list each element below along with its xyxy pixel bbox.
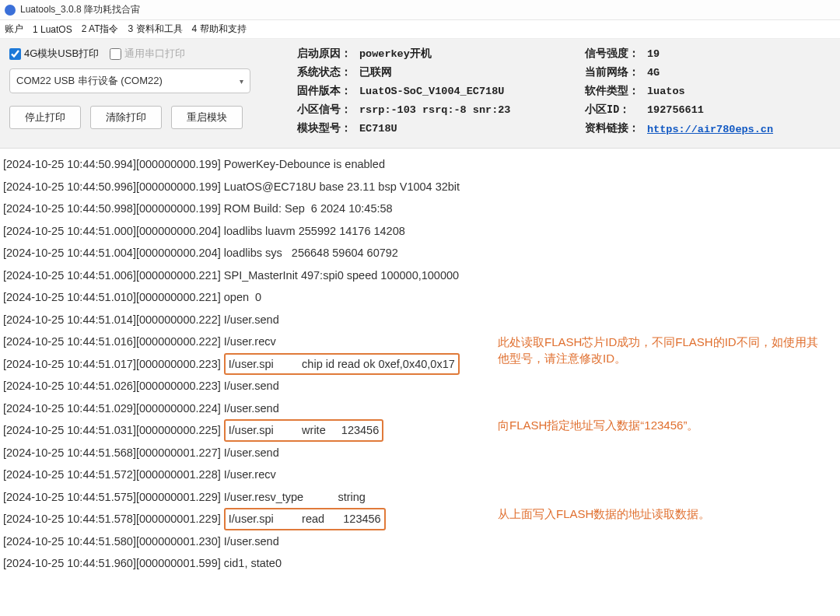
annotation-read: 从上面写入FLASH数据的地址读取数据。 xyxy=(498,506,824,522)
serial-print-input[interactable] xyxy=(110,48,121,60)
menu-help[interactable]: 4 帮助和支持 xyxy=(192,23,247,36)
annotation-chipid: 此处读取FLASH芯片ID成功，不同FLASH的ID不同，如使用其他型号，请注意… xyxy=(498,334,824,366)
menu-docs[interactable]: 3 资料和工具 xyxy=(128,23,183,36)
label-cellid: 小区ID： xyxy=(585,103,647,117)
label-signal: 信号强度： xyxy=(585,47,647,61)
serial-print-label: 通用串口打印 xyxy=(124,47,185,61)
log-line: [2024-10-25 10:44:50.998][000000000.199]… xyxy=(3,198,837,220)
log-line: [2024-10-25 10:44:51.572][000000001.228]… xyxy=(3,464,837,486)
log-line: [2024-10-25 10:44:51.010][000000000.221]… xyxy=(3,286,837,309)
value-fw: LuatOS-SoC_V1004_EC718U xyxy=(359,86,585,97)
app-logo-icon xyxy=(5,5,16,16)
window-title: Luatools_3.0.8 降功耗找合宙 xyxy=(20,3,140,16)
log-line: [2024-10-25 10:44:50.996][000000000.199]… xyxy=(3,176,837,198)
menu-luatos[interactable]: 1 LuatOS xyxy=(33,24,72,35)
log-line: [2024-10-25 10:44:51.580][000000001.230]… xyxy=(3,530,837,553)
value-module: EC718U xyxy=(359,123,585,135)
label-module: 模块型号： xyxy=(297,121,359,135)
usb-print-label: 4G模块USB打印 xyxy=(24,47,99,61)
log-line: [2024-10-25 10:44:51.960][000000001.599]… xyxy=(3,552,837,575)
label-swtype: 软件类型： xyxy=(585,84,647,98)
value-cellsig: rsrp:-103 rsrq:-8 snr:23 xyxy=(359,104,585,116)
value-swtype: luatos xyxy=(647,86,818,97)
com-port-value: COM22 USB 串行设备 (COM22) xyxy=(16,74,163,88)
log-output: [2024-10-25 10:44:50.994][000000000.199]… xyxy=(0,149,840,579)
chevron-down-icon: ▾ xyxy=(240,77,243,86)
label-network: 当前网络： xyxy=(585,65,647,79)
menubar: 账户 1 LuatOS 2 AT指令 3 资料和工具 4 帮助和支持 xyxy=(0,20,840,39)
log-line: [2024-10-25 10:44:51.014][000000000.222]… xyxy=(3,309,837,331)
menu-at[interactable]: 2 AT指令 xyxy=(82,23,119,36)
log-line: [2024-10-25 10:44:50.994][000000000.199]… xyxy=(3,153,837,176)
log-line: [2024-10-25 10:44:51.000][000000000.204]… xyxy=(3,220,837,243)
log-line: [2024-10-25 10:44:51.004][000000000.204]… xyxy=(3,242,837,264)
clear-print-button[interactable]: 清除打印 xyxy=(90,106,162,129)
menu-account[interactable]: 账户 xyxy=(5,23,23,36)
doc-link[interactable]: https://air780eps.cn xyxy=(647,124,773,135)
value-cellid: 192756611 xyxy=(647,104,818,116)
label-doclink: 资料链接： xyxy=(585,121,647,135)
com-port-select[interactable]: COM22 USB 串行设备 (COM22) ▾ xyxy=(9,68,250,93)
log-line: [2024-10-25 10:44:51.568][000000001.227]… xyxy=(3,442,837,464)
spi-read-box: I/user.spi read 123456 xyxy=(224,508,386,530)
value-signal: 19 xyxy=(647,48,818,60)
control-panel: 4G模块USB打印 通用串口打印 COM22 USB 串行设备 (COM22) … xyxy=(0,39,840,149)
log-line: [2024-10-25 10:44:51.575][000000001.229]… xyxy=(3,486,837,509)
value-sysstate: 已联网 xyxy=(359,65,585,79)
stop-print-button[interactable]: 停止打印 xyxy=(9,106,81,129)
value-network: 4G xyxy=(647,67,818,79)
serial-print-checkbox[interactable]: 通用串口打印 xyxy=(110,47,185,61)
label-cellsig: 小区信号： xyxy=(297,103,359,117)
annotation-write: 向FLASH指定地址写入数据“123456”。 xyxy=(498,417,824,433)
titlebar: Luatools_3.0.8 降功耗找合宙 xyxy=(0,0,840,20)
spi-chipid-box: I/user.spi chip id read ok 0xef,0x40,0x1… xyxy=(224,353,460,376)
label-boot-reason: 启动原因： xyxy=(297,47,359,61)
restart-module-button[interactable]: 重启模块 xyxy=(171,106,243,129)
usb-print-input[interactable] xyxy=(9,48,21,60)
log-line: [2024-10-25 10:44:51.006][000000000.221]… xyxy=(3,264,837,287)
label-fw: 固件版本： xyxy=(297,84,359,98)
log-line: [2024-10-25 10:44:51.026][000000000.223]… xyxy=(3,375,837,397)
label-sysstate: 系统状态： xyxy=(297,65,359,79)
device-info-grid: 启动原因： powerkey开机 信号强度： 19 系统状态： 已联网 当前网络… xyxy=(297,47,818,135)
spi-write-box: I/user.spi write 123456 xyxy=(224,419,383,442)
usb-print-checkbox[interactable]: 4G模块USB打印 xyxy=(9,47,99,61)
log-line: [2024-10-25 10:44:51.029][000000000.224]… xyxy=(3,397,837,420)
value-boot-reason: powerkey开机 xyxy=(359,47,585,61)
